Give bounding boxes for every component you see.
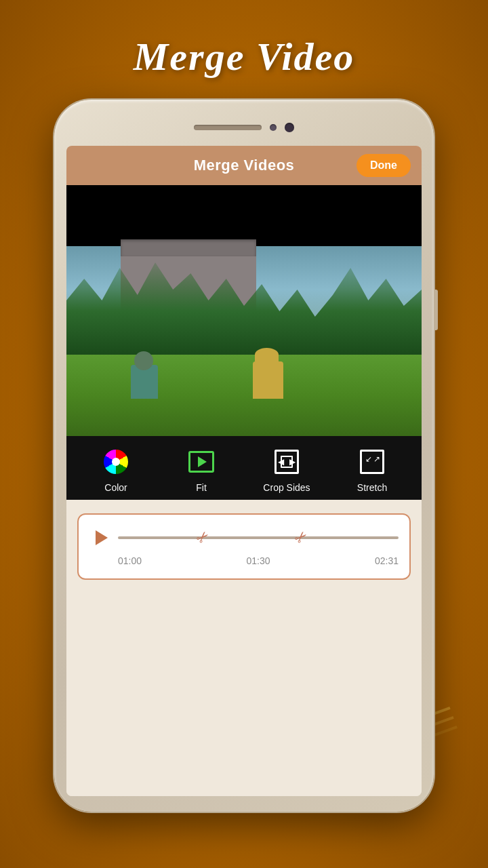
stretch-icon: [360, 450, 384, 474]
play-triangle-icon: [96, 530, 108, 545]
trim-container: ✂ ✂ 01:00 01:30 02:31: [77, 513, 411, 580]
play-button[interactable]: [89, 527, 111, 549]
toolbar-item-color[interactable]: Color: [92, 447, 140, 493]
phone-frame: Merge Videos Done Color: [54, 100, 434, 812]
timestamp-start: 01:00: [118, 555, 142, 566]
app-header: Merge Videos Done: [66, 146, 422, 185]
stretch-icon-container: [357, 447, 387, 477]
grass: [66, 355, 422, 436]
color-wheel-icon: [104, 450, 128, 474]
video-toolbar: Color Fit ◀ ▶ Crop Sides: [66, 436, 422, 500]
toolbar-item-fit[interactable]: Fit: [178, 447, 225, 493]
fit-icon-container: [186, 447, 216, 477]
screen-title: Merge Videos: [194, 157, 295, 174]
trim-controls: ✂ ✂: [89, 527, 399, 549]
trim-slider[interactable]: ✂ ✂: [118, 536, 399, 539]
trim-handle-right[interactable]: ✂: [295, 529, 307, 547]
crop-sides-icon-container: ◀ ▶: [272, 447, 302, 477]
toolbar-crop-sides-label: Crop Sides: [263, 482, 310, 493]
video-preview: [66, 185, 422, 436]
phone-top-bar: [66, 112, 422, 142]
fit-icon: [188, 451, 214, 473]
trim-handle-left[interactable]: ✂: [197, 529, 209, 547]
crop-sides-icon: ◀ ▶: [274, 450, 299, 474]
timeline-area: ✂ ✂ 01:00 01:30 02:31: [66, 500, 422, 796]
camera-lens: [285, 123, 294, 132]
toolbar-item-crop-sides[interactable]: ◀ ▶ Crop Sides: [263, 447, 310, 493]
color-icon-container: [101, 447, 131, 477]
scissors-right-icon: ✂: [290, 527, 311, 548]
video-scene: [66, 246, 422, 436]
timestamp-end: 02:31: [375, 555, 399, 566]
letterbox-bar: [66, 185, 422, 239]
toolbar-fit-label: Fit: [196, 482, 207, 493]
scissors-left-icon: ✂: [192, 527, 213, 548]
trim-timestamps: 01:00 01:30 02:31: [118, 555, 399, 566]
app-background-title: Merge Video: [134, 34, 354, 79]
speaker-grille: [194, 125, 262, 130]
person-left: [127, 351, 161, 399]
timestamp-mid: 01:30: [246, 555, 270, 566]
person-right: [249, 348, 287, 399]
phone-screen: Merge Videos Done Color: [66, 146, 422, 796]
done-button[interactable]: Done: [357, 154, 411, 177]
toolbar-stretch-label: Stretch: [357, 482, 387, 493]
toolbar-item-stretch[interactable]: Stretch: [348, 447, 396, 493]
side-button: [434, 290, 438, 330]
toolbar-color-label: Color: [104, 482, 127, 493]
camera-dot-small: [270, 124, 277, 131]
